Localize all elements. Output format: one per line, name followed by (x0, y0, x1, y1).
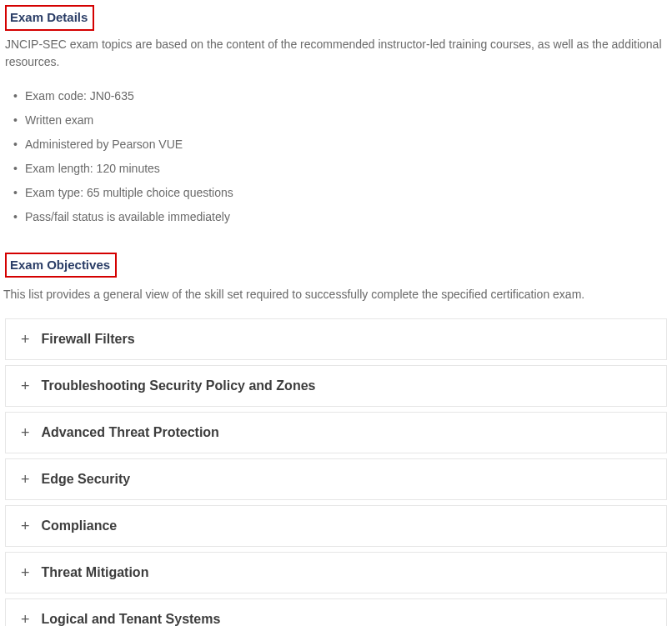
exam-details-section: Exam Details JNCIP-SEC exam topics are b… (5, 5, 667, 229)
plus-icon: + (21, 565, 30, 580)
plus-icon: + (21, 472, 30, 487)
accordion-title: Edge Security (42, 469, 131, 489)
accordion-item-firewall-filters[interactable]: + Firewall Filters (5, 318, 667, 360)
accordion-title: Firewall Filters (42, 329, 135, 349)
accordion: + Firewall Filters + Troubleshooting Sec… (5, 318, 667, 626)
accordion-item-advanced-threat[interactable]: + Advanced Threat Protection (5, 412, 667, 453)
accordion-item-troubleshooting[interactable]: + Troubleshooting Security Policy and Zo… (5, 365, 667, 407)
accordion-item-threat-mitigation[interactable]: + Threat Mitigation (5, 552, 667, 593)
accordion-item-compliance[interactable]: + Compliance (5, 505, 667, 547)
plus-icon: + (21, 425, 30, 440)
accordion-title: Advanced Threat Protection (42, 423, 219, 443)
exam-details-heading: Exam Details (5, 5, 94, 31)
list-item: Exam type: 65 multiple choice questions (13, 181, 667, 205)
exam-objectives-heading: Exam Objectives (5, 253, 117, 278)
exam-details-intro: JNCIP-SEC exam topics are based on the c… (5, 36, 667, 71)
exam-objectives-section: Exam Objectives This list provides a gen… (5, 253, 667, 627)
list-item: Written exam (13, 108, 667, 133)
list-item: Exam code: JN0-635 (13, 84, 667, 108)
exam-objectives-intro: This list provides a general view of the… (3, 286, 667, 303)
exam-details-list: Exam code: JN0-635 Written exam Administ… (13, 84, 667, 229)
plus-icon: + (21, 518, 30, 533)
list-item: Administered by Pearson VUE (13, 133, 667, 157)
plus-icon: + (21, 612, 30, 626)
accordion-item-edge-security[interactable]: + Edge Security (5, 458, 667, 500)
list-item: Pass/fail status is available immediatel… (13, 205, 667, 229)
accordion-title: Compliance (42, 516, 118, 536)
accordion-title: Threat Mitigation (42, 563, 149, 583)
plus-icon: + (21, 332, 30, 347)
plus-icon: + (21, 378, 30, 393)
accordion-item-logical-tenant[interactable]: + Logical and Tenant Systems (5, 598, 667, 626)
list-item: Exam length: 120 minutes (13, 157, 667, 181)
accordion-title: Logical and Tenant Systems (42, 609, 221, 626)
accordion-title: Troubleshooting Security Policy and Zone… (42, 376, 316, 396)
